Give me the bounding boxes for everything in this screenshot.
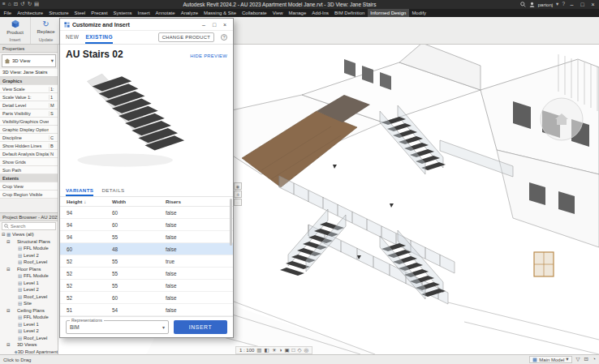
print-icon[interactable]: ▤: [34, 2, 39, 7]
ribbon-tab[interactable]: Structure: [46, 9, 71, 17]
variant-row[interactable]: 52 60 false: [60, 292, 233, 304]
browser-item[interactable]: ▤ Roof_Level: [0, 293, 58, 301]
dialog-maximize-button[interactable]: □: [210, 22, 218, 28]
browser-item[interactable]: ⊟ 3D Views: [0, 341, 58, 349]
browser-item[interactable]: ◈ 3D Roof Apartment: [0, 349, 58, 355]
hide-preview-link[interactable]: HIDE PREVIEW: [190, 54, 227, 58]
steering-wheel-icon[interactable]: ◉: [234, 182, 242, 190]
project-browser-header[interactable]: Project Browser - AU 2023 Ap...: [0, 213, 58, 221]
product-button[interactable]: Product: [0, 17, 30, 37]
variant-row[interactable]: 52 55 true: [60, 255, 233, 268]
variant-row[interactable]: 94 60 false: [60, 219, 233, 231]
variant-row[interactable]: 60 48 false: [60, 243, 233, 255]
ribbon-tab[interactable]: Analyze: [178, 9, 200, 17]
insert-button[interactable]: INSERT: [174, 320, 227, 334]
ribbon-tab[interactable]: Informed Design: [368, 9, 409, 17]
property-row[interactable]: Extents: [0, 174, 58, 182]
variant-row[interactable]: 94 60 false: [60, 207, 233, 219]
browser-item[interactable]: ⊟ ▦ Views (all): [0, 231, 58, 238]
dialog-close-button[interactable]: ×: [221, 22, 229, 28]
browser-item[interactable]: ▤ Level 2: [0, 286, 58, 293]
shadows-icon[interactable]: ◑: [279, 348, 282, 353]
replace-button[interactable]: ↻ Replace: [31, 17, 61, 37]
ribbon-tab[interactable]: Precast: [88, 9, 110, 17]
ribbon-tab[interactable]: File: [1, 9, 15, 17]
browser-item[interactable]: ⊟ Ceiling Plans: [0, 307, 58, 315]
select-toggle-icon[interactable]: ⊡: [584, 357, 588, 362]
ribbon-tab[interactable]: Manage: [286, 9, 309, 17]
property-row[interactable]: View Scale 1:: [0, 85, 58, 93]
browser-item[interactable]: ▤ Level 2: [0, 252, 58, 259]
property-row[interactable]: Graphic Display Options: [0, 126, 58, 134]
browser-item[interactable]: ▤ Site: [0, 300, 58, 307]
active-workset-dropdown[interactable]: Main Model ▾: [529, 356, 571, 363]
property-row[interactable]: Graphics: [0, 77, 58, 85]
browser-item[interactable]: ▤ FFL Module: [0, 314, 58, 321]
unlocked-view-icon[interactable]: ◇: [298, 348, 302, 353]
property-row[interactable]: Discipline C: [0, 134, 58, 142]
redo-icon[interactable]: ↻: [28, 2, 32, 7]
browser-item[interactable]: ▤ Roof_Level: [0, 259, 58, 266]
ribbon-tab[interactable]: Annotate: [153, 9, 178, 17]
background-processes-icon[interactable]: ◔: [593, 357, 596, 362]
expander-icon[interactable]: ⊟: [6, 239, 11, 244]
type-selector[interactable]: 3D View ▾: [2, 54, 56, 67]
header-risers[interactable]: Risers: [166, 199, 233, 204]
type-selector-chevron-icon[interactable]: ▾: [51, 58, 54, 64]
property-row[interactable]: Show Hidden Lines B: [0, 142, 58, 150]
variant-row[interactable]: 52 55 false: [60, 280, 233, 292]
browser-item[interactable]: ⊟ Floor Plans: [0, 266, 58, 273]
header-height[interactable]: Height↓: [60, 199, 112, 204]
isolate-icon[interactable]: ◎: [304, 348, 309, 353]
dialog-minimize-button[interactable]: –: [200, 22, 208, 28]
change-product-button[interactable]: CHANGE PRODUCT: [158, 32, 214, 42]
property-row[interactable]: Parts Visibility S: [0, 109, 58, 118]
browser-item[interactable]: ⊟ Structural Plans: [0, 238, 58, 246]
property-row[interactable]: Show Grids: [0, 158, 58, 166]
show-crop-icon[interactable]: □: [292, 348, 295, 353]
view-scale-control[interactable]: 1 : 100: [239, 348, 254, 353]
undo-icon[interactable]: ↺: [20, 2, 24, 7]
visual-style-icon[interactable]: ◧: [265, 348, 269, 353]
ribbon-tab[interactable]: View: [269, 9, 286, 17]
tab-details[interactable]: DETAILS: [101, 185, 124, 196]
browser-item[interactable]: ▤ FFL Module: [0, 245, 58, 252]
ribbon-tab[interactable]: Modify: [409, 9, 429, 17]
table-scrollbar[interactable]: [230, 199, 232, 246]
property-row[interactable]: Crop Region Visible: [0, 191, 58, 199]
detail-level-icon[interactable]: ▥: [256, 348, 261, 353]
help-icon[interactable]: ?: [562, 2, 565, 7]
filter-icon[interactable]: ▽: [576, 357, 580, 362]
zoom-icon[interactable]: ◌: [234, 199, 242, 206]
properties-palette-header[interactable]: Properties: [0, 45, 58, 53]
browser-item[interactable]: ▤ Level 1: [0, 321, 58, 328]
browser-item[interactable]: ▤ FFL Module: [0, 272, 58, 280]
minimize-button[interactable]: –: [568, 2, 575, 7]
save-icon[interactable]: ⊡: [14, 2, 18, 7]
crop-view-icon[interactable]: ▣: [284, 348, 289, 353]
ribbon-tab[interactable]: Steel: [71, 9, 88, 17]
user-menu-chevron-icon[interactable]: ▾: [556, 2, 558, 7]
user-name[interactable]: partonj: [538, 2, 553, 7]
property-row[interactable]: Scale Value 1: 1: [0, 93, 58, 101]
sort-desc-icon[interactable]: ↓: [84, 199, 86, 204]
property-row[interactable]: Default Analysis Display... N: [0, 150, 58, 158]
tab-existing[interactable]: EXISTING: [85, 31, 113, 44]
variant-row[interactable]: 94 55 false: [60, 231, 233, 243]
variant-row[interactable]: 51 54 false: [60, 304, 233, 316]
representations-dropdown[interactable]: Representations BIM ▾: [66, 320, 169, 334]
tab-new[interactable]: NEW: [66, 31, 79, 44]
expander-icon[interactable]: ⊟: [6, 267, 11, 272]
maximize-button[interactable]: □: [579, 2, 586, 7]
tab-variants[interactable]: VARIANTS: [66, 185, 93, 196]
app-menu-icon[interactable]: ≡: [2, 2, 6, 7]
property-row[interactable]: Visibility/Graphics Over...: [0, 118, 58, 126]
variant-row[interactable]: 52 55 false: [60, 268, 233, 280]
header-width[interactable]: Width: [112, 199, 166, 204]
expander-icon[interactable]: ⊟: [6, 308, 11, 313]
home-icon[interactable]: ⌂: [8, 2, 11, 7]
browser-item[interactable]: ▤ Level 1: [0, 280, 58, 287]
expander-icon[interactable]: ⊟: [6, 342, 11, 347]
property-row[interactable]: Detail Level M: [0, 101, 58, 109]
browser-item[interactable]: ▤ Roof_Level: [0, 335, 58, 342]
